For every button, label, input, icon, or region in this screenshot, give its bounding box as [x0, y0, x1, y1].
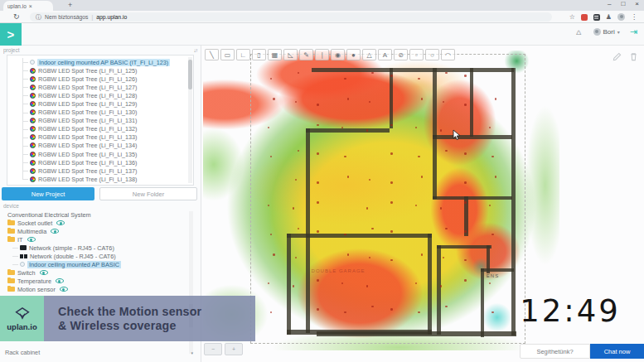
device-dot: [317, 181, 318, 183]
project-tree-item[interactable]: RGBW LED Spot Tree (Li_Fi_Li_130): [7, 109, 186, 117]
device-tree-item[interactable]: Network (double - RJ45 - CAT6): [0, 252, 189, 260]
browser-tab-strip: uplan.io × + – □ ×: [0, 0, 644, 11]
device-tree-item[interactable]: Network (simple - RJ45 - CAT6): [0, 244, 189, 252]
tree-item-label: RGBW LED Spot Tree (Li_Fi_Li_131): [38, 117, 137, 124]
site-info-icon[interactable]: ⓘ: [36, 13, 41, 22]
project-tree-item[interactable]: RGBW LED Spot Tree (Li_Fi_Li_135): [7, 150, 186, 158]
user-menu[interactable]: Bori ▾: [593, 28, 620, 36]
visibility-eye-icon[interactable]: [60, 287, 68, 292]
new-tab-button[interactable]: +: [68, 1, 72, 9]
wifi-coverage-tool-icon[interactable]: ◠: [441, 49, 455, 60]
device-tree-item[interactable]: Conventional Electrical System: [0, 210, 189, 219]
device-dot: [347, 253, 349, 255]
circle-tool-icon[interactable]: ○: [425, 49, 439, 60]
address-bar[interactable]: ⓘ Nem biztonságos | app.uplan.io: [30, 12, 552, 22]
project-tree-item[interactable]: RGBW LED Spot Tree (Li_Fi_Li_134): [7, 142, 186, 150]
screen: uplan.io × + – □ × ↻ ⓘ Nem biztonságos |…: [0, 0, 644, 362]
extensions-icon[interactable]: ♟: [606, 14, 612, 21]
device-tree-item[interactable]: Motion sensor: [0, 285, 189, 293]
project-tree-item[interactable]: RGBW LED Spot Tree (Li_Fi_Li_128): [7, 91, 186, 99]
project-tree-item[interactable]: RGBW LED Spot Tree (Li_Fi_Li_131): [7, 117, 186, 125]
device-dot: [418, 78, 419, 80]
device-dot: [443, 101, 444, 103]
tab-close-icon[interactable]: ×: [29, 3, 32, 9]
rectangle-tool-icon[interactable]: ▭: [220, 49, 235, 60]
device-dot: [295, 257, 297, 258]
device-tree-item[interactable]: Temperature: [0, 277, 189, 285]
delete-trash-icon[interactable]: [629, 52, 638, 61]
uplan-diamond-icon: [14, 306, 31, 321]
browser-profile-avatar[interactable]: [617, 13, 625, 21]
project-tree-item[interactable]: RGBW LED Spot Tree (Li_Fi_Li_138): [7, 175, 186, 183]
line-tool-icon[interactable]: ╲: [205, 49, 219, 60]
zoom-out-button[interactable]: −: [204, 343, 222, 355]
pencil-tool-icon[interactable]: ✎: [299, 49, 313, 60]
device-tree-item[interactable]: Indoor ceiling mounted AP BASIC: [0, 260, 189, 268]
device-dot: [317, 308, 318, 310]
visibility-eye-icon[interactable]: [56, 278, 64, 283]
page-tool-icon[interactable]: ▯: [252, 49, 266, 60]
ruler-tool-icon[interactable]: ◺: [283, 49, 298, 60]
device-dot: [415, 282, 417, 284]
eraser-tool-icon[interactable]: ⊘: [394, 49, 408, 60]
device-tree-item-rack-cabinet[interactable]: Rack cabinet: [5, 349, 40, 356]
extension-icon-red[interactable]: [581, 14, 588, 21]
project-tree-item[interactable]: RGBW LED Spot Tree (Li_Fi_Li_127): [7, 83, 186, 91]
canvas-edit-controls: [613, 52, 638, 61]
notifications-bell-icon[interactable]: 🜂: [575, 27, 583, 36]
access-point-icon: [30, 60, 35, 65]
user-name: Bori: [603, 28, 615, 36]
sign-out-icon[interactable]: ⇥: [630, 27, 637, 36]
bookmark-icon[interactable]: ☆: [569, 14, 575, 21]
close-icon[interactable]: ×: [635, 0, 639, 7]
text-tool-icon[interactable]: A: [378, 49, 392, 60]
project-tree-panel: Indoor ceiling mounted AP BASIC (IT_Fi_L…: [7, 55, 194, 186]
device-tree-item[interactable]: Switch: [0, 268, 189, 277]
browser-menu-icon[interactable]: ⋮: [631, 14, 637, 21]
tab-title: uplan.io: [7, 3, 27, 9]
device-tree-item[interactable]: IT: [0, 235, 189, 244]
new-folder-button[interactable]: New Folder: [99, 187, 197, 200]
project-tree-item[interactable]: RGBW LED Spot Tree (Li_Fi_Li_129): [7, 99, 186, 108]
visibility-tool-icon[interactable]: ◉: [331, 49, 345, 60]
polyline-tool-icon[interactable]: ∟: [236, 49, 250, 60]
visibility-eye-icon[interactable]: [56, 220, 65, 225]
device-tree-item[interactable]: Multimedia: [0, 227, 189, 235]
scroll-down-arrow-icon[interactable]: ▾: [191, 350, 193, 355]
extension-icon-dark[interactable]: [593, 14, 600, 21]
visibility-eye-icon[interactable]: [27, 237, 36, 242]
marker-tool-icon[interactable]: ∣: [315, 49, 329, 60]
refresh-icon[interactable]: ↻: [13, 12, 20, 21]
project-tree-item[interactable]: RGBW LED Spot Tree (Li_Fi_Li_126): [7, 75, 186, 83]
minimize-icon[interactable]: –: [608, 0, 611, 7]
project-tree-item[interactable]: RGBW LED Spot Tree (Li_Fi_Li_133): [7, 133, 186, 142]
device-dot: [415, 205, 417, 206]
table-tool-icon[interactable]: ▦: [268, 49, 282, 60]
project-tree-scrollbar[interactable]: [188, 57, 192, 183]
browser-tab[interactable]: uplan.io ×: [3, 1, 53, 11]
project-tree-item[interactable]: RGBW LED Spot Tree (Li_Fi_Li_136): [7, 158, 186, 167]
polygon-tool-icon[interactable]: △: [362, 49, 376, 60]
zoom-in-button[interactable]: +: [225, 343, 243, 355]
project-tree-item[interactable]: RGBW LED Spot Tree (Li_Fi_Li_137): [7, 167, 186, 175]
app-logo[interactable]: >: [0, 23, 22, 46]
chat-now-button[interactable]: Chat now: [590, 344, 644, 359]
device-tree-item[interactable]: Socket outlet: [0, 219, 189, 227]
rgbw-spot-icon: [30, 118, 36, 123]
visibility-eye-icon[interactable]: [51, 229, 59, 234]
project-tree-item[interactable]: RGBW LED Spot Tree (Li_Fi_Li_125): [7, 66, 186, 75]
rgbw-spot-icon: [30, 152, 36, 157]
maximize-icon[interactable]: □: [621, 0, 625, 7]
sort-icon[interactable]: ↓↑: [194, 47, 198, 53]
new-project-button[interactable]: New Project: [2, 187, 94, 200]
project-tree-item[interactable]: RGBW LED Spot Tree (Li_Fi_Li_132): [7, 125, 186, 133]
rgbw-spot-icon: [30, 84, 36, 90]
visibility-eye-icon[interactable]: [40, 270, 48, 275]
edit-pencil-icon[interactable]: [613, 52, 622, 61]
point-tool-icon[interactable]: ●: [346, 49, 361, 60]
device-dot: [270, 156, 272, 157]
area-select-tool-icon[interactable]: ▫: [409, 49, 424, 60]
project-tree-item[interactable]: Indoor ceiling mounted AP BASIC (IT_Fi_L…: [7, 58, 186, 66]
chat-help-label[interactable]: Segíthetünk?: [520, 344, 590, 359]
rgbw-spot-icon: [30, 160, 36, 166]
